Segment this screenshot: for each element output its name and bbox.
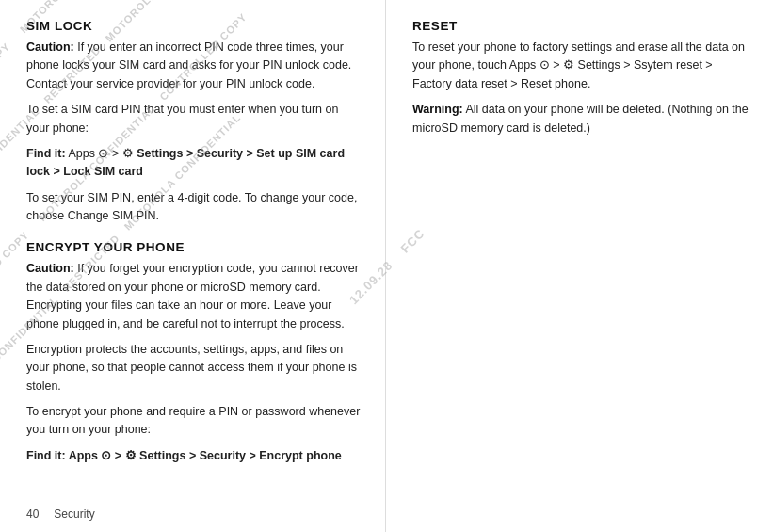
- sim-lock-caution: Caution: If you enter an incorrect PIN c…: [26, 39, 362, 93]
- sim-lock-para2: To set your SIM PIN, enter a 4-digit cod…: [26, 189, 362, 226]
- right-column: RESET To reset your phone to factory set…: [386, 0, 773, 532]
- encrypt-title: ENCRYPT YOUR PHONE: [26, 240, 362, 254]
- reset-gear: ⚙: [563, 58, 574, 72]
- encrypt-para1: Encryption protects the accounts, settin…: [26, 341, 362, 395]
- page-container: MOTOROLA CONFIDENTIAL RESTRICTED MOTOROL…: [0, 0, 773, 532]
- reset-para1: To reset your phone to factory settings …: [412, 39, 750, 93]
- sim-lock-caution-text: If you enter an incorrect PIN code three…: [26, 40, 351, 90]
- page-footer: 40 Security: [26, 508, 95, 521]
- encrypt-find-it: Find it: Apps ⊙ > ⚙ Settings > Security …: [26, 447, 362, 465]
- reset-warning-text: All data on your phone will be deleted. …: [412, 103, 749, 134]
- sim-lock-section: SIM LOCK Caution: If you enter an incorr…: [26, 19, 362, 225]
- sim-lock-para1: To set a SIM card PIN that you must ente…: [26, 101, 362, 137]
- sim-lock-caution-label: Caution:: [26, 40, 74, 54]
- find-it-label-1: Find it:: [26, 147, 66, 160]
- page-number: 40: [26, 508, 39, 521]
- reset-para1-end: .: [588, 77, 590, 90]
- reset-title: RESET: [412, 19, 750, 33]
- left-column: SIM LOCK Caution: If you enter an incorr…: [0, 0, 386, 532]
- find-it-text-1: Apps ⊙ > ⚙: [66, 147, 134, 160]
- reset-circle: ⊙: [539, 58, 550, 72]
- find-it-label-2: Find it:: [26, 449, 66, 462]
- encrypt-caution-label: Caution:: [26, 262, 74, 275]
- reset-mid: >: [550, 58, 563, 72]
- encrypt-caution: Caution: If you forget your encryption c…: [26, 260, 362, 333]
- sim-lock-para2-end: .: [156, 209, 159, 222]
- encrypt-section: ENCRYPT YOUR PHONE Caution: If you forge…: [26, 240, 362, 465]
- reset-section: RESET To reset your phone to factory set…: [412, 19, 750, 137]
- sim-lock-change-pin: Change SIM PIN: [68, 209, 156, 222]
- reset-warning: Warning: All data on your phone will be …: [412, 101, 750, 137]
- reset-warning-label: Warning:: [412, 103, 463, 116]
- find-it-bold-2: Apps ⊙ > ⚙ Settings > Security > Encrypt…: [66, 449, 342, 462]
- sim-lock-find-it1: Find it: Apps ⊙ > ⚙ Settings > Security …: [26, 145, 362, 182]
- sim-lock-title: SIM LOCK: [26, 19, 362, 33]
- footer-section-label: Security: [54, 508, 94, 521]
- encrypt-caution-text: If you forget your encryption code, you …: [26, 262, 359, 330]
- encrypt-para2: To encrypt your phone and require a PIN …: [26, 403, 362, 440]
